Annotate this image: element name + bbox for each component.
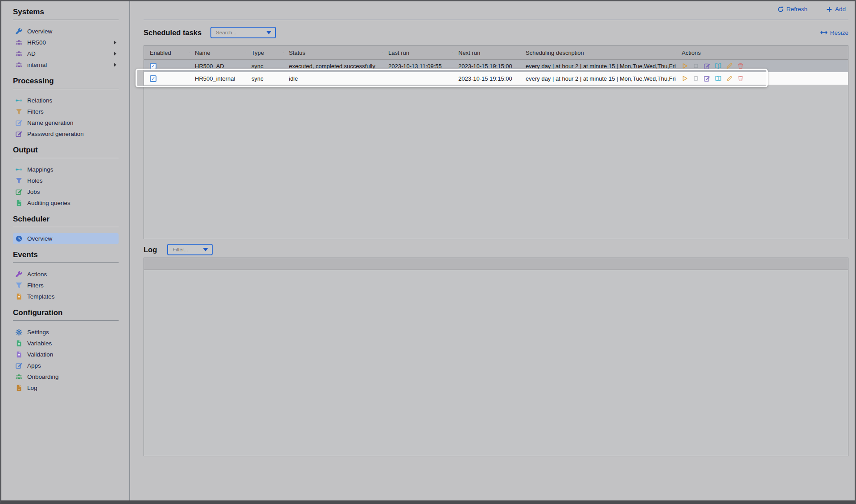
column-header-scheduling-description[interactable]: Scheduling description <box>520 49 676 56</box>
sidebar-item-relations[interactable]: Relations <box>13 95 119 106</box>
main-content: Refresh Add Scheduled tasks Resize Enabl… <box>131 1 855 500</box>
log-bar: Log <box>144 244 213 255</box>
column-header-status[interactable]: Status <box>283 49 383 56</box>
sidebar-item-scheduler-overview[interactable]: Overview <box>13 233 119 244</box>
filter-input[interactable] <box>172 246 200 253</box>
sidebar-item-actions[interactable]: Actions <box>13 269 119 280</box>
task-next-run: 2023-10-15 19:15:00 <box>453 63 520 70</box>
log-title: Log <box>144 246 157 254</box>
sidebar-item-ad[interactable]: AD <box>13 48 119 59</box>
people-icon <box>16 61 22 68</box>
pencil-icon[interactable] <box>726 75 733 82</box>
task-name: HR500_AD <box>189 63 246 70</box>
task-scheduling-description: every day | at hour 2 | at minute 15 | M… <box>520 63 676 70</box>
sidebar-item-variables[interactable]: Variables <box>13 338 119 349</box>
section-title-scheduler: Scheduler <box>13 215 119 224</box>
sidebar-item-roles[interactable]: Roles <box>13 175 119 186</box>
column-header-actions[interactable]: Actions <box>676 49 768 56</box>
search-dropdown[interactable] <box>210 27 276 38</box>
people-icon <box>16 50 22 57</box>
plus-icon <box>826 6 832 12</box>
sidebar-item-validation[interactable]: Validation <box>13 349 119 360</box>
sidebar-item-processing-filters[interactable]: Filters <box>13 106 119 117</box>
section-title-output: Output <box>13 146 119 155</box>
sidebar-item-auditing-queries[interactable]: Auditing queries <box>13 197 119 209</box>
scheduled-tasks-title: Scheduled tasks <box>144 29 202 37</box>
sidebar-item-settings[interactable]: Settings <box>13 327 119 338</box>
pencil-doc-icon <box>16 131 22 137</box>
column-header-type[interactable]: Type <box>246 49 283 56</box>
sidebar-item-log[interactable]: Log <box>13 382 119 393</box>
run-task-icon[interactable] <box>682 63 688 69</box>
funnel-icon <box>16 177 22 184</box>
divider <box>144 20 848 20</box>
section-title-events: Events <box>13 250 119 259</box>
column-header-last-run[interactable]: Last run <box>383 49 453 56</box>
sidebar-item-onboarding[interactable]: Onboarding <box>13 371 119 382</box>
document-icon <box>16 351 22 358</box>
stop-task-icon[interactable] <box>693 75 699 82</box>
divider <box>13 227 119 227</box>
app-window: Systems Overview HR500 AD internal Proce… <box>0 0 856 504</box>
run-task-icon[interactable] <box>682 75 688 82</box>
dropdown-triangle-icon[interactable] <box>266 31 272 34</box>
pencil-doc-icon <box>16 119 22 126</box>
sidebar-item-apps[interactable]: Apps <box>13 360 119 371</box>
task-actions <box>676 75 768 82</box>
task-status: idle <box>283 75 383 82</box>
log-panel <box>144 258 848 456</box>
edit-task-icon[interactable] <box>704 63 710 69</box>
clock-icon <box>16 235 22 242</box>
document-icon <box>16 385 22 391</box>
task-scheduling-description: every day | at hour 2 | at minute 15 | M… <box>520 75 676 82</box>
add-button[interactable]: Add <box>826 6 846 12</box>
funnel-icon <box>16 282 22 289</box>
delete-task-icon[interactable] <box>737 63 744 69</box>
sidebar: Systems Overview HR500 AD internal Proce… <box>1 1 130 500</box>
stop-task-icon[interactable] <box>693 63 699 69</box>
table-header: Enabled Name Type Status Last run Next r… <box>144 46 848 60</box>
pencil-doc-icon <box>16 188 22 195</box>
column-header-enabled[interactable]: Enabled <box>144 49 189 56</box>
sidebar-item-events-filters[interactable]: Filters <box>13 280 119 291</box>
sidebar-item-systems-overview[interactable]: Overview <box>13 26 119 37</box>
edit-task-icon[interactable] <box>704 75 710 82</box>
document-icon <box>16 200 22 206</box>
delete-task-icon[interactable] <box>737 75 744 82</box>
filter-dropdown[interactable] <box>167 244 213 255</box>
scheduled-tasks-table: Enabled Name Type Status Last run Next r… <box>144 45 848 239</box>
sidebar-item-templates[interactable]: Templates <box>13 291 119 302</box>
open-book-icon[interactable] <box>715 63 721 69</box>
sidebar-item-internal[interactable]: internal <box>13 59 119 70</box>
divider <box>13 158 119 158</box>
wrench-icon <box>16 271 22 278</box>
chevron-right-icon <box>114 41 117 45</box>
double-arrow-icon <box>16 97 22 104</box>
sidebar-item-jobs[interactable]: Jobs <box>13 186 119 197</box>
divider <box>13 262 119 263</box>
enabled-checkbox[interactable] <box>150 75 156 82</box>
sidebar-item-mappings[interactable]: Mappings <box>13 164 119 175</box>
refresh-button[interactable]: Refresh <box>778 6 807 12</box>
open-book-icon[interactable] <box>715 75 721 82</box>
people-icon <box>16 39 22 46</box>
enabled-checkbox[interactable] <box>150 63 156 70</box>
column-header-next-run[interactable]: Next run <box>453 49 520 56</box>
resize-icon <box>820 30 827 35</box>
sidebar-item-hr500[interactable]: HR500 <box>13 37 119 48</box>
table-row-hr500-internal[interactable]: HR500_internal sync idle 2023-10-15 19:1… <box>144 72 848 85</box>
resize-button[interactable]: Resize <box>820 29 848 36</box>
sidebar-item-password-generation[interactable]: Password generation <box>13 128 119 139</box>
task-actions <box>676 63 768 69</box>
task-status: executed, completed successfully <box>283 63 383 70</box>
pencil-icon[interactable] <box>726 63 733 69</box>
search-input[interactable] <box>215 29 263 36</box>
section-title-systems: Systems <box>13 8 119 16</box>
section-title-processing: Processing <box>13 77 119 86</box>
column-header-name[interactable]: Name <box>189 49 246 56</box>
divider <box>13 89 119 89</box>
sidebar-item-name-generation[interactable]: Name generation <box>13 117 119 128</box>
table-row-hr500-ad[interactable]: HR500_AD sync executed, completed succes… <box>144 60 848 72</box>
dropdown-triangle-icon[interactable] <box>203 248 208 251</box>
funnel-icon <box>16 108 22 115</box>
